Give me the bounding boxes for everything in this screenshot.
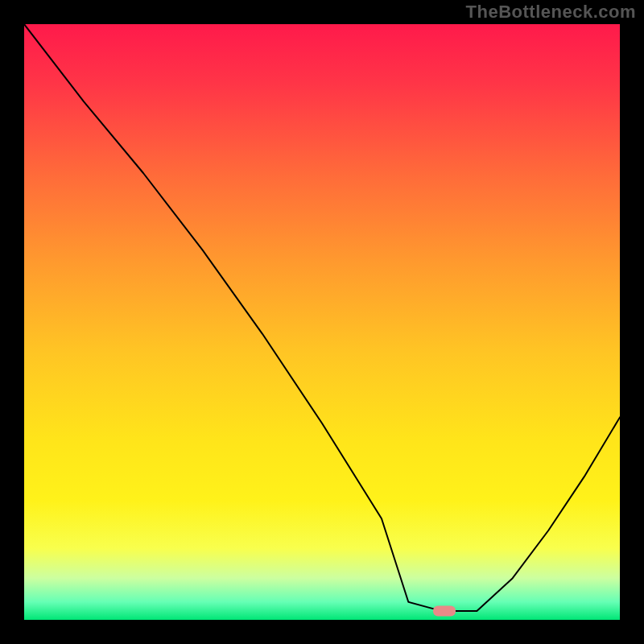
plot-area <box>24 24 620 620</box>
watermark-text: TheBottleneck.com <box>466 2 636 23</box>
optimal-marker <box>433 605 456 616</box>
gradient-background <box>24 24 620 620</box>
chart-container: TheBottleneck.com <box>0 0 644 644</box>
bottleneck-chart <box>24 24 620 620</box>
